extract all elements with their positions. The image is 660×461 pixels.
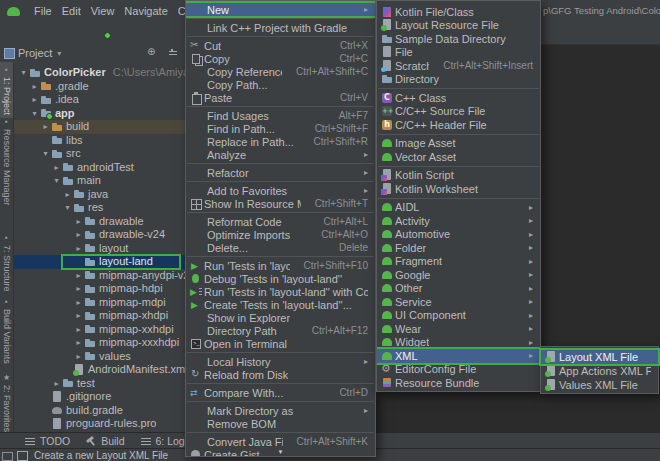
view-options-icon[interactable] (167, 47, 179, 59)
strip-tab-7-structure[interactable]: ▪7: Structure (0, 230, 13, 295)
menu-item-create-tests-in-layout-land[interactable]: Create 'Tests in 'layout-land''... (186, 298, 375, 311)
menu-item-convert-java-file-to-kotlin-file[interactable]: Convert Java File to Kotlin FileCtrl+Alt… (186, 435, 375, 448)
tree-item-drawable[interactable]: ▸drawable (14, 215, 185, 229)
menubar-item-view[interactable]: View (86, 5, 120, 17)
menu-item-paste[interactable]: PasteCtrl+V (186, 91, 375, 104)
menu-item-wear[interactable]: Wear▸ (377, 322, 540, 336)
menu-item-show-in-explorer[interactable]: Show in Explorer (186, 311, 375, 324)
tree-item-res[interactable]: ▾res (14, 201, 185, 215)
chevron-collapsed-icon[interactable]: ▸ (73, 269, 84, 283)
menu-item-vector-asset[interactable]: Vector Asset (377, 150, 540, 164)
menu-item-c-c-header-file[interactable]: C/C++ Header File (377, 118, 540, 132)
menubar-item-file[interactable]: File (29, 5, 57, 17)
menu-item-layout-resource-file[interactable]: Layout Resource File (377, 19, 540, 33)
tree-item-layout[interactable]: ▸layout (14, 242, 185, 256)
menu-item-reformat-code[interactable]: Reformat CodeCtrl+Alt+L (186, 215, 375, 228)
menu-item-c-c-source-file[interactable]: C/C++ Source File (377, 105, 540, 119)
menu-item-cut[interactable]: CutCtrl+X (186, 39, 375, 52)
tree-item-androidtest[interactable]: ▸androidTest (14, 161, 185, 175)
menu-item-activity[interactable]: Activity▸ (377, 214, 540, 228)
menu-item-local-history[interactable]: Local History▸ (186, 355, 375, 368)
tree-item-src[interactable]: ▾src (14, 147, 185, 161)
locate-file-icon[interactable] (147, 47, 159, 59)
tree-item-colorpicker[interactable]: ▾ColorPickerC:\Users\Amiya Rout\D (14, 66, 185, 80)
menu-item-xml[interactable]: XML▸ (377, 349, 540, 363)
menu-item-refactor[interactable]: Refactor▸ (186, 166, 375, 179)
menu-item-c-class[interactable]: C++ Class (377, 91, 540, 105)
menu-item-folder[interactable]: Folder▸ (377, 241, 540, 255)
chevron-expanded-icon[interactable]: ▾ (62, 201, 73, 215)
tree-item-libs[interactable]: libs (14, 134, 185, 148)
tree-item-layout-land[interactable]: layout-land (14, 255, 185, 269)
chevron-collapsed-icon[interactable]: ▸ (62, 188, 73, 202)
menubar-item-navigate[interactable]: Navigate (119, 5, 172, 17)
chevron-collapsed-icon[interactable]: ▸ (73, 242, 84, 256)
menu-overflow-indicator[interactable]: ▼ (186, 449, 375, 455)
tool-window-switcher-icon[interactable] (16, 449, 28, 461)
menubar-item-edit[interactable]: Edit (57, 5, 86, 17)
chevron-collapsed-icon[interactable]: ▸ (40, 120, 51, 134)
chevron-expanded-icon[interactable]: ▾ (18, 66, 29, 80)
menu-item-resource-bundle[interactable]: Resource Bundle (377, 376, 540, 390)
tree-item-test[interactable]: ▸test (14, 377, 185, 391)
chevron-collapsed-icon[interactable]: ▸ (29, 80, 40, 94)
menu-item-find-in-path[interactable]: Find in Path...Ctrl+Shift+F (186, 122, 375, 135)
chevron-expanded-icon[interactable]: ▾ (51, 174, 62, 188)
chevron-collapsed-icon[interactable]: ▸ (73, 296, 84, 310)
menu-item-directory-path[interactable]: Directory PathCtrl+Alt+F12 (186, 324, 375, 337)
menu-item-remove-bom[interactable]: Remove BOM (186, 417, 375, 430)
tree-item-androidmanifest-xml[interactable]: AndroidManifest.xml (14, 363, 185, 377)
menu-item-replace-in-path[interactable]: Replace in Path...Ctrl+Shift+R (186, 135, 375, 148)
tool-window-button-todo[interactable]: TODO (24, 435, 70, 447)
menu-item-copy-path[interactable]: Copy Path... (186, 78, 375, 91)
strip-tab-1-project[interactable]: ▪1: Project (0, 62, 13, 118)
tree-item-values[interactable]: ▸values (14, 350, 185, 364)
chevron-collapsed-icon[interactable]: ▸ (29, 93, 40, 107)
tree-item-mipmap-xxhdpi[interactable]: ▸mipmap-xxhdpi (14, 323, 185, 337)
menu-item-add-to-favorites[interactable]: Add to Favorites▸ (186, 184, 375, 197)
menu-item-service[interactable]: Service▸ (377, 295, 540, 309)
menu-item-link-c-project-with-gradle[interactable]: Link C++ Project with Gradle (186, 21, 375, 34)
chevron-collapsed-icon[interactable]: ▸ (51, 377, 62, 391)
tree-item-gradle[interactable]: ▸.gradle (14, 80, 185, 94)
menu-item-app-actions-xml-file[interactable]: App Actions XML File (541, 364, 658, 378)
menu-item-editorconfig-file[interactable]: EditorConfig File (377, 363, 540, 377)
menu-item-values-xml-file[interactable]: Values XML File (541, 378, 658, 392)
menu-item-copy[interactable]: CopyCtrl+C (186, 52, 375, 65)
menu-item-image-asset[interactable]: Image Asset (377, 137, 540, 151)
tree-item-proguard-rules-pro[interactable]: proguard-rules.pro (14, 417, 185, 431)
strip-tab-build-variants[interactable]: ▪Build Variants (0, 294, 13, 367)
menu-item-optimize-imports[interactable]: Optimize ImportsCtrl+Alt+O (186, 228, 375, 241)
menu-item-open-in-terminal[interactable]: Open in Terminal (186, 337, 375, 350)
strip-tab-resource-manager[interactable]: ▪Resource Manager (0, 114, 13, 209)
tree-item-build-gradle[interactable]: build.gradle (14, 404, 185, 418)
menu-item-delete[interactable]: Delete...Delete (186, 241, 375, 254)
tree-item-mipmap-mdpi[interactable]: ▸mipmap-mdpi (14, 296, 185, 310)
chevron-expanded-icon[interactable]: ▾ (40, 147, 51, 161)
menu-item-file[interactable]: File (377, 46, 540, 60)
menu-item-new[interactable]: New▸ (186, 3, 375, 16)
chevron-collapsed-icon[interactable]: ▸ (73, 323, 84, 337)
menu-item-directory[interactable]: Directory (377, 73, 540, 87)
menu-item-analyze[interactable]: Analyze▸ (186, 148, 375, 161)
menu-item-run-tests-in-layout-land[interactable]: Run 'Tests in 'layout-land''Ctrl+Shift+F… (186, 259, 375, 272)
menu-item-run-tests-in-layout-land-with-coverage[interactable]: Run 'Tests in 'layout-land'' with Covera… (186, 285, 375, 298)
tree-item-drawable-v24[interactable]: ▸drawable-v24 (14, 228, 185, 242)
tree-item-app[interactable]: ▾app (14, 107, 185, 121)
menu-item-kotlin-file-class[interactable]: Kotlin File/Class (377, 5, 540, 19)
menu-item-aidl[interactable]: AIDL▸ (377, 201, 540, 215)
menu-item-widget[interactable]: Widget▸ (377, 336, 540, 350)
tree-item-java[interactable]: ▸java (14, 188, 185, 202)
menu-item-ui-component[interactable]: UI Component▸ (377, 309, 540, 323)
tool-window-button-build[interactable]: Build (85, 435, 124, 447)
menu-item-mark-directory-as[interactable]: Mark Directory as▸ (186, 404, 375, 417)
chevron-collapsed-icon[interactable]: ▸ (73, 350, 84, 364)
menu-item-fragment[interactable]: Fragment▸ (377, 255, 540, 269)
menu-item-debug-tests-in-layout-land[interactable]: Debug 'Tests in 'layout-land'' (186, 272, 375, 285)
menu-item-compare-with[interactable]: Compare With...Ctrl+D (186, 386, 375, 399)
chevron-expanded-icon[interactable]: ▾ (29, 107, 40, 121)
tree-item-main[interactable]: ▾main (14, 174, 185, 188)
chevron-collapsed-icon[interactable]: ▸ (73, 309, 84, 323)
menu-item-scratch-file[interactable]: Scratch FileCtrl+Alt+Shift+Insert (377, 59, 540, 73)
tree-item-idea[interactable]: ▸.idea (14, 93, 185, 107)
